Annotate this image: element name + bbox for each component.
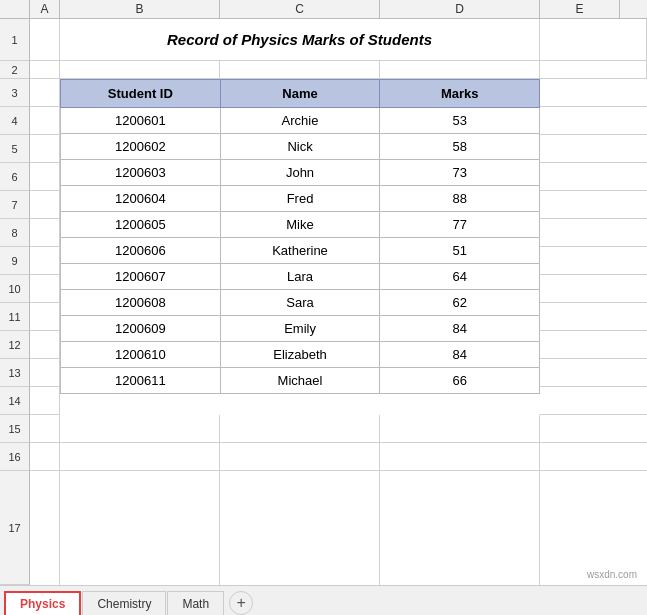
row-num-9: 9 — [0, 247, 29, 275]
row-num-13: 13 — [0, 359, 29, 387]
cell-student-id[interactable]: 1200610 — [61, 342, 221, 368]
table-row: 1200606Katherine51 — [61, 238, 540, 264]
column-headers: A B C D E — [0, 0, 647, 19]
cell-student-name[interactable]: Mike — [220, 212, 380, 238]
cell-student-id[interactable]: 1200602 — [61, 134, 221, 160]
add-sheet-button[interactable]: + — [229, 591, 253, 615]
col-header-b: B — [60, 0, 220, 18]
row-num-1: 1 — [0, 19, 29, 61]
cell-student-id[interactable]: 1200609 — [61, 316, 221, 342]
col-e-cells — [540, 79, 647, 415]
row-num-17: 17 — [0, 471, 29, 585]
table-row: 1200611Michael66 — [61, 368, 540, 394]
cell-student-name[interactable]: Emily — [220, 316, 380, 342]
grid-area: 1 2 3 4 5 6 7 8 9 10 11 12 13 14 15 16 1… — [0, 19, 647, 585]
table-row: 1200601Archie53 — [61, 108, 540, 134]
row-num-14: 14 — [0, 387, 29, 415]
col-header-d: D — [380, 0, 540, 18]
cell-student-name[interactable]: Lara — [220, 264, 380, 290]
row-num-8: 8 — [0, 219, 29, 247]
data-table-wrapper: Student ID Name Marks 1200601Archie53120… — [60, 79, 540, 415]
tab-math[interactable]: Math — [167, 591, 224, 615]
grid-row-16 — [30, 443, 647, 471]
cell-student-marks[interactable]: 88 — [380, 186, 540, 212]
tab-chemistry-label: Chemistry — [97, 597, 151, 611]
row-num-7: 7 — [0, 191, 29, 219]
cell-e2[interactable] — [540, 61, 647, 78]
th-name: Name — [220, 80, 380, 108]
cell-student-name[interactable]: Sara — [220, 290, 380, 316]
row-num-6: 6 — [0, 163, 29, 191]
cell-student-marks[interactable]: 77 — [380, 212, 540, 238]
cell-student-id[interactable]: 1200605 — [61, 212, 221, 238]
row-num-10: 10 — [0, 275, 29, 303]
th-marks: Marks — [380, 80, 540, 108]
cell-student-marks[interactable]: 58 — [380, 134, 540, 160]
cell-student-id[interactable]: 1200603 — [61, 160, 221, 186]
table-row: 1200608Sara62 — [61, 290, 540, 316]
cell-student-marks[interactable]: 53 — [380, 108, 540, 134]
cell-student-name[interactable]: Archie — [220, 108, 380, 134]
cell-student-id[interactable]: 1200606 — [61, 238, 221, 264]
tab-math-label: Math — [182, 597, 209, 611]
grid-row-15 — [30, 415, 647, 443]
cell-student-marks[interactable]: 64 — [380, 264, 540, 290]
cell-student-marks[interactable]: 62 — [380, 290, 540, 316]
cell-student-name[interactable]: Michael — [220, 368, 380, 394]
cell-a2[interactable] — [30, 61, 60, 78]
tab-physics[interactable]: Physics — [4, 591, 81, 615]
cell-student-id[interactable]: 1200608 — [61, 290, 221, 316]
cell-a1[interactable] — [30, 19, 60, 60]
row-num-2: 2 — [0, 61, 29, 79]
row-num-4: 4 — [0, 107, 29, 135]
tab-bar: Physics Chemistry Math + — [0, 585, 647, 615]
cell-b2[interactable] — [60, 61, 220, 78]
grid-row-1: Record of Physics Marks of Students — [30, 19, 647, 61]
row-num-15: 15 — [0, 415, 29, 443]
row-num-16: 16 — [0, 443, 29, 471]
table-row: 1200602Nick58 — [61, 134, 540, 160]
table-row: 1200610Elizabeth84 — [61, 342, 540, 368]
table-row: 1200603John73 — [61, 160, 540, 186]
cell-student-name[interactable]: Fred — [220, 186, 380, 212]
cell-c2[interactable] — [220, 61, 380, 78]
cell-student-marks[interactable]: 73 — [380, 160, 540, 186]
cell-student-id[interactable]: 1200611 — [61, 368, 221, 394]
cell-d2[interactable] — [380, 61, 540, 78]
watermark: wsxdn.com — [587, 569, 637, 580]
col-header-row-num — [0, 0, 30, 18]
row-num-3: 3 — [0, 79, 29, 107]
tab-physics-label: Physics — [20, 597, 65, 611]
cell-student-marks[interactable]: 84 — [380, 342, 540, 368]
cell-student-name[interactable]: Katherine — [220, 238, 380, 264]
grid-content: Record of Physics Marks of Students — [30, 19, 647, 585]
row-num-5: 5 — [0, 135, 29, 163]
grid-row-2 — [30, 61, 647, 79]
tab-chemistry[interactable]: Chemistry — [82, 591, 166, 615]
data-table-container: Student ID Name Marks 1200601Archie53120… — [30, 79, 647, 415]
cell-student-id[interactable]: 1200607 — [61, 264, 221, 290]
row-num-12: 12 — [0, 331, 29, 359]
cell-student-marks[interactable]: 66 — [380, 368, 540, 394]
cell-student-marks[interactable]: 84 — [380, 316, 540, 342]
row-numbers: 1 2 3 4 5 6 7 8 9 10 11 12 13 14 15 16 1… — [0, 19, 30, 585]
cell-student-name[interactable]: Nick — [220, 134, 380, 160]
col-header-a: A — [30, 0, 60, 18]
cell-student-id[interactable]: 1200604 — [61, 186, 221, 212]
table-row: 1200605Mike77 — [61, 212, 540, 238]
cell-student-marks[interactable]: 51 — [380, 238, 540, 264]
col-header-c: C — [220, 0, 380, 18]
data-table: Student ID Name Marks 1200601Archie53120… — [60, 79, 540, 394]
col-a-cells — [30, 79, 60, 415]
cell-student-name[interactable]: John — [220, 160, 380, 186]
cell-student-name[interactable]: Elizabeth — [220, 342, 380, 368]
table-row: 1200604Fred88 — [61, 186, 540, 212]
spreadsheet: A B C D E 1 2 3 4 5 6 7 8 9 10 11 12 13 … — [0, 0, 647, 615]
th-student-id: Student ID — [61, 80, 221, 108]
cell-title: Record of Physics Marks of Students — [60, 19, 540, 60]
grid-row-17 — [30, 471, 647, 585]
cell-e1[interactable] — [540, 19, 647, 60]
row-num-11: 11 — [0, 303, 29, 331]
cell-student-id[interactable]: 1200601 — [61, 108, 221, 134]
table-row: 1200609Emily84 — [61, 316, 540, 342]
